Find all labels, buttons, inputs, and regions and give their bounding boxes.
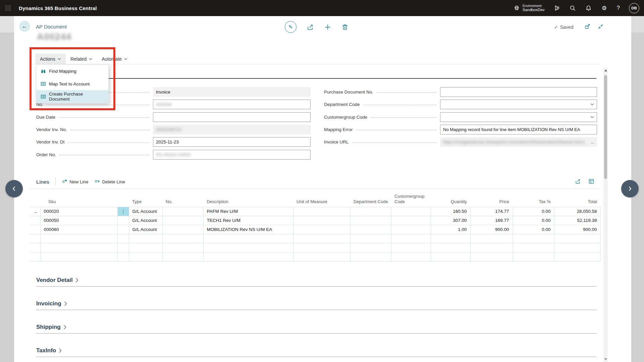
table-row-empty xyxy=(30,243,600,252)
edit-button[interactable]: ✎ xyxy=(285,21,297,33)
cell-uom[interactable] xyxy=(293,216,350,225)
app-launcher-waffle-icon[interactable] xyxy=(0,0,16,16)
share-button[interactable] xyxy=(307,23,314,31)
table-header-row: Sku Type No. Description Unit of Measure… xyxy=(30,193,600,207)
back-button[interactable]: ← xyxy=(19,21,30,32)
section-vendor-detail[interactable]: Vendor Detail xyxy=(36,277,596,287)
cell-custgrp[interactable] xyxy=(391,225,431,234)
cell-type[interactable]: G/L Account xyxy=(129,225,162,234)
new-line-button[interactable]: New Line xyxy=(62,179,88,184)
previous-record-button[interactable] xyxy=(5,180,23,197)
order-no-field[interactable]: PO-40323-10003 xyxy=(153,150,311,160)
cell-description[interactable]: PAFM Rev U/M xyxy=(203,207,293,216)
field-label-vendor-inv-no: Vendor Inv. No. xyxy=(36,127,67,132)
check-icon: ✓ xyxy=(554,24,558,30)
cell-tax[interactable]: 0.00 xyxy=(513,225,554,234)
cell-custgrp[interactable] xyxy=(391,216,431,225)
help-icon[interactable]: ? xyxy=(617,5,620,11)
delete-button[interactable] xyxy=(341,23,348,31)
dynamics365-apps-icon[interactable] xyxy=(554,5,560,11)
purchase-document-no-field[interactable] xyxy=(440,87,597,97)
form-top-divider xyxy=(36,78,596,79)
field-label-invoice-url: Invoice URL xyxy=(324,139,349,144)
cell-type[interactable]: G/L Account xyxy=(129,216,162,225)
cell-uom[interactable] xyxy=(293,207,350,216)
saved-indicator: ✓ Saved xyxy=(554,24,573,30)
menu-item-find-mapping[interactable]: Find Mapping xyxy=(37,65,108,77)
cell-total[interactable]: 52,119.39 xyxy=(554,216,600,225)
chevron-right-icon xyxy=(63,325,66,329)
document-type-field[interactable]: Invoice xyxy=(153,87,311,97)
field-label-order-no: Order No. xyxy=(36,152,56,157)
cell-no[interactable] xyxy=(162,207,203,216)
cell-no[interactable] xyxy=(162,216,203,225)
next-record-button[interactable] xyxy=(621,180,639,197)
tab-related[interactable]: Related xyxy=(66,54,97,64)
search-icon[interactable] xyxy=(570,5,576,11)
delete-line-button[interactable]: Delete Line xyxy=(94,179,125,184)
cell-total[interactable]: 900.00 xyxy=(554,225,600,234)
section-shipping[interactable]: Shipping xyxy=(36,324,596,334)
vendor-inv-no-field[interactable]: 0000249724 xyxy=(153,125,311,134)
app-title: Dynamics 365 Business Central xyxy=(19,5,97,11)
menu-item-map-text-to-account[interactable]: Map Text to Account xyxy=(37,77,108,90)
cell-no[interactable] xyxy=(162,225,203,234)
customergroup-code-dropdown[interactable] xyxy=(440,112,597,122)
section-taxinfo[interactable]: TaxInfo xyxy=(36,347,596,357)
cell-price[interactable]: 900.00 xyxy=(470,225,513,234)
vendor-inv-dt-field[interactable]: 2025-11-23 xyxy=(153,137,311,147)
collapse-view-icon[interactable] xyxy=(597,23,604,30)
cell-description[interactable]: TECH1 Rev U/M xyxy=(203,216,293,225)
tab-actions[interactable]: Actions xyxy=(35,54,66,64)
cell-quantity[interactable]: 1.00 xyxy=(431,225,470,234)
cell-sku[interactable]: 000050 xyxy=(40,216,117,225)
record-title-redacted: A00244 xyxy=(37,32,72,42)
tab-automate[interactable]: Automate xyxy=(97,54,132,64)
scroll-up-arrow[interactable] xyxy=(604,69,607,71)
field-label-due-date: Due Date xyxy=(36,115,55,120)
environment-name: SandboxDev xyxy=(523,8,545,12)
no-field[interactable]: A00244 xyxy=(153,100,311,109)
invoice-url-field[interactable]: https://xxxglobalcorp.sharepoint.com/sit… xyxy=(440,137,597,147)
cell-price[interactable]: 174.77 xyxy=(470,207,513,216)
cell-tax[interactable]: 0.00 xyxy=(513,216,554,225)
cell-sku[interactable]: 000060 xyxy=(40,225,117,234)
due-date-field[interactable] xyxy=(153,112,311,122)
department-code-dropdown[interactable] xyxy=(440,100,597,109)
cell-tax[interactable]: 0.00 xyxy=(513,207,554,216)
back-arrow-icon: ← xyxy=(22,23,28,30)
share-lines-icon[interactable] xyxy=(575,178,581,184)
cell-sku[interactable]: 000020 xyxy=(40,207,117,216)
user-avatar[interactable]: DB xyxy=(629,3,639,13)
cell-quantity[interactable]: 160.50 xyxy=(431,207,470,216)
open-in-excel-icon[interactable] xyxy=(588,178,594,184)
chevron-left-icon xyxy=(11,185,17,192)
cell-custgrp[interactable] xyxy=(391,207,431,216)
cell-dept[interactable] xyxy=(350,216,391,225)
new-document-button[interactable] xyxy=(324,23,331,31)
open-in-new-window-icon[interactable] xyxy=(584,23,591,30)
col-header-quantity: Quantity xyxy=(431,193,470,207)
row-menu-icon[interactable]: ⋮ xyxy=(117,207,129,216)
table-row: 000050 G/L Account TECH1 Rev U/M 307.00 … xyxy=(30,216,600,225)
cell-uom[interactable] xyxy=(293,225,350,234)
chevron-down-icon xyxy=(58,58,61,60)
section-invoicing[interactable]: Invoicing xyxy=(36,300,596,310)
binoculars-icon xyxy=(41,68,46,74)
cell-total[interactable]: 28,050.58 xyxy=(554,207,600,216)
cell-dept[interactable] xyxy=(350,207,391,216)
cell-description[interactable]: MOBILIZATION Rev NS U/M EA xyxy=(203,225,293,234)
cell-dept[interactable] xyxy=(350,225,391,234)
cell-price[interactable]: 169.77 xyxy=(470,216,513,225)
actions-dropdown-menu: Find Mapping Map Text to Account Create … xyxy=(36,64,109,103)
notifications-bell-icon[interactable] xyxy=(585,5,592,11)
cell-type[interactable]: G/L Account xyxy=(129,207,162,216)
menu-item-create-purchase-document[interactable]: Create Purchase Document xyxy=(37,90,108,103)
cell-quantity[interactable]: 307.00 xyxy=(431,216,470,225)
vertical-scrollbar[interactable] xyxy=(603,68,608,362)
settings-gear-icon[interactable]: ⚙ xyxy=(601,5,608,11)
scroll-down-arrow[interactable] xyxy=(604,358,607,360)
scrollbar-thumb[interactable] xyxy=(604,75,607,179)
chevron-down-icon xyxy=(124,58,127,60)
mapping-error-field[interactable]: No Mapping record found for line item MO… xyxy=(440,125,597,134)
